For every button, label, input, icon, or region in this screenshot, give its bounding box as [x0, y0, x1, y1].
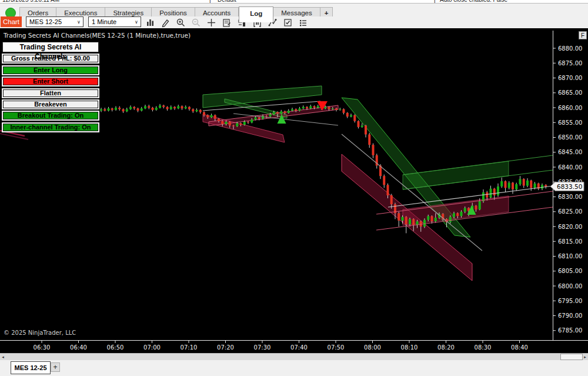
panel-button-gross-realized-pnl-0-00[interactable]: Gross realized PnL: $0.00	[2, 54, 99, 64]
price-axis-label: 6810.00	[558, 253, 582, 259]
candle-body	[508, 183, 510, 188]
status-datetime: 12/3/2025 9:26:11 AM	[2, 0, 59, 3]
tab-log[interactable]: Log	[239, 6, 273, 22]
candle-body	[126, 109, 128, 112]
candle-body	[353, 115, 356, 121]
candle-body	[232, 125, 235, 126]
candle-body	[284, 111, 286, 113]
properties-icon[interactable]	[298, 18, 308, 28]
candle-body	[181, 106, 183, 108]
scrollbar-thumb[interactable]	[560, 354, 583, 360]
tab-row: OrdersExecutionsStrategiesPositionsAccou…	[0, 4, 588, 16]
candle-body	[368, 134, 370, 145]
candle-body	[350, 115, 352, 117]
workspace-tab-bar: MES 12-25 +	[0, 360, 588, 376]
instrument-selector[interactable]: MES 12-25 ∨	[26, 16, 83, 27]
price-axis-label: 6875.00	[558, 60, 582, 66]
candle-body	[372, 145, 375, 155]
right-green-channel	[403, 161, 509, 189]
report-icon[interactable]	[222, 18, 232, 28]
candle-body	[295, 109, 297, 111]
chart-area[interactable]: 6880.006875.006870.006865.006860.006855.…	[0, 28, 588, 353]
candle-body	[188, 107, 191, 109]
strategy-panel: Trading Secrets AI Channels Gross realiz…	[2, 42, 101, 132]
drawing-tools-icon[interactable]	[161, 18, 171, 28]
candle-body	[475, 206, 477, 209]
candle-body	[122, 109, 125, 112]
candle-body	[519, 179, 522, 184]
interval-value: 1 Minute	[89, 18, 132, 25]
candle-body	[269, 114, 272, 117]
strategies-icon[interactable]	[283, 18, 293, 28]
price-axis-label: 6800.00	[558, 283, 582, 290]
candle-body	[453, 213, 455, 217]
candle-body	[276, 112, 279, 114]
workspace-tab[interactable]: MES 12-25	[11, 361, 51, 374]
candle-body	[435, 218, 437, 221]
panel-button-breakeven[interactable]: Breakeven	[2, 99, 99, 109]
panel-button-enter-long[interactable]: Enter Long	[2, 65, 99, 75]
candle-body	[544, 185, 547, 187]
add-workspace-tab-button[interactable]: +	[51, 362, 60, 372]
candle-body	[199, 110, 202, 112]
candle-body	[343, 109, 345, 113]
candle-body	[397, 213, 400, 221]
candle-body	[152, 108, 154, 110]
candle-body	[387, 185, 389, 195]
candle-body	[137, 108, 139, 111]
chevron-down-icon[interactable]: ∨	[132, 19, 141, 25]
candle-body	[148, 106, 150, 108]
candle-body	[358, 121, 360, 127]
candle-body	[412, 219, 415, 225]
time-axis-label: 06:50	[107, 344, 124, 351]
candle-body	[240, 124, 242, 125]
candle-body	[273, 112, 275, 115]
time-axis-label: 07:20	[217, 344, 234, 351]
candle-body	[534, 184, 536, 188]
candle-body	[258, 117, 260, 119]
candle-body	[185, 107, 187, 109]
panel-button-inner-channel-trading-on[interactable]: Inner-channel Trading: On	[2, 122, 99, 132]
candle-body	[493, 189, 496, 195]
candle-body	[427, 216, 429, 219]
chart-style-icon[interactable]	[145, 18, 155, 28]
time-axis-label: 07:30	[254, 344, 271, 351]
status-separator-1: |	[209, 0, 211, 3]
candle-body	[129, 107, 132, 109]
time-axis-label: 07:10	[181, 344, 198, 351]
candle-body	[464, 208, 466, 211]
crosshair-icon[interactable]	[206, 18, 216, 28]
candle-body	[449, 217, 452, 222]
interval-selector[interactable]: 1 Minute ∨	[88, 16, 141, 27]
candle-body	[526, 181, 529, 186]
candle-body	[214, 115, 216, 119]
candle-body	[118, 108, 121, 109]
time-axis-label: 08:10	[401, 344, 418, 351]
time-axis-label: 07:50	[328, 344, 345, 351]
candle-body	[280, 111, 282, 114]
panel-button-enter-short[interactable]: Enter Short	[2, 76, 99, 86]
price-axis-label: 6840.00	[558, 164, 582, 171]
price-axis-label: 6850.00	[558, 134, 582, 141]
focus-button[interactable]: F	[579, 31, 587, 39]
candle-body	[479, 201, 481, 209]
panel-button-flatten[interactable]: Flatten	[2, 88, 99, 98]
candle-body	[328, 107, 330, 109]
candle-body	[111, 108, 113, 110]
panel-button-breakout-trading-on[interactable]: Breakout Trading: On	[2, 111, 99, 121]
candle-body	[206, 115, 209, 118]
selloff-gray-median	[342, 134, 482, 251]
chevron-down-icon[interactable]: ∨	[75, 19, 83, 25]
candle-body	[313, 106, 316, 108]
candle-body	[332, 108, 334, 109]
chart-title: Trading Secrets AI Channels(MES 12-25 (1…	[4, 32, 191, 39]
horizontal-scrollbar[interactable]: ◂ ▸	[0, 353, 588, 360]
candle-body	[324, 107, 326, 109]
chart-toolbar: Chart MES 12-25 ∨ 1 Minute ∨	[0, 16, 588, 29]
ninjatrader-window: 12/3/2025 9:26:11 AM | Default | Auto cl…	[0, 0, 588, 376]
zoom-in-icon[interactable]	[176, 18, 186, 28]
candle-body	[177, 106, 179, 108]
last-price-label: 6833.50	[557, 183, 582, 190]
candle-body	[460, 212, 463, 217]
time-axis-label: 07:00	[143, 344, 161, 351]
